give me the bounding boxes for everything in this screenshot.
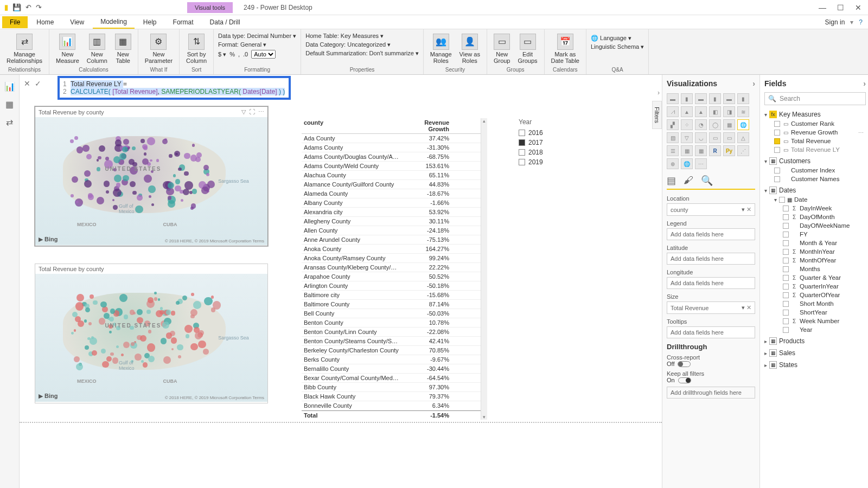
field-item[interactable]: Customer Index	[764, 166, 866, 175]
table-row[interactable]: Baltimore city-15.68%	[302, 291, 481, 300]
well-size-field[interactable]: Total Revenue▾ ✕	[667, 301, 755, 314]
more-icon[interactable]: ⋯	[258, 108, 264, 115]
table-row[interactable]: Arlington County-50.18%	[302, 281, 481, 291]
field-item[interactable]: ▭Total Revenue	[764, 137, 866, 145]
table-dates[interactable]: ▦Dates	[764, 185, 866, 195]
viz-clustered-bar[interactable]: ▬	[695, 93, 707, 104]
table-states[interactable]: ▦States	[764, 360, 866, 370]
slicer-option[interactable]: 2019	[519, 158, 584, 166]
tab-file[interactable]: File	[2, 16, 28, 28]
currency-icon[interactable]: $ ▾	[218, 51, 226, 58]
well-tooltips-field[interactable]: Add data fields here	[667, 326, 755, 338]
table-row[interactable]: Anne Arundel County-75.13%	[302, 235, 481, 245]
viz-100-col[interactable]: ▮	[737, 93, 749, 104]
contextual-tab-visual-tools[interactable]: Visual tools	[187, 2, 233, 13]
viz-globe[interactable]: 🌐	[681, 158, 693, 169]
drillthrough-well[interactable]: Add drillthrough fields here	[667, 387, 755, 399]
analytics-mode-icon[interactable]: 🔍	[701, 175, 713, 187]
collapse-icon[interactable]: ›	[658, 89, 660, 97]
table-products[interactable]: ▦Products	[764, 336, 866, 346]
viz-r[interactable]: R	[709, 145, 721, 156]
col-revenue-growth[interactable]: Revenue Growth	[405, 118, 454, 133]
table-row[interactable]: Berkeley County/Charleston County70.85%	[302, 346, 481, 355]
slicer-option[interactable]: 2017	[519, 139, 584, 146]
save-icon[interactable]: 💾	[12, 3, 21, 11]
table-row[interactable]: Baltimore County87.14%	[302, 300, 481, 309]
viz-map[interactable]: 🌐	[737, 119, 749, 130]
viz-ribbon[interactable]: ≋	[737, 106, 749, 117]
field-item[interactable]: ΣQuarterInYear	[764, 282, 866, 291]
manage-roles-button[interactable]: 👥Manage Roles	[428, 33, 454, 65]
maximize-icon[interactable]: ☐	[837, 3, 844, 12]
map-visual-1[interactable]: Total Revenue by county ▽⛶⋯ UNITED STATE…	[35, 106, 268, 246]
viz-funnel[interactable]: ▽	[681, 132, 693, 143]
expand-icon-2[interactable]: ›	[863, 79, 866, 88]
viz-stacked-area[interactable]: ▲	[695, 106, 707, 117]
table-row[interactable]: Arapahoe County50.52%	[302, 272, 481, 281]
table-row[interactable]: Bell County-50.03%	[302, 309, 481, 318]
help-icon[interactable]: ?	[859, 18, 863, 26]
viz-stacked-bar[interactable]: ▬	[667, 93, 679, 104]
remove-field-icon[interactable]: ✕	[746, 206, 751, 213]
viz-donut[interactable]: ◯	[709, 119, 721, 130]
table-row[interactable]: Ada County37.42%	[302, 134, 481, 143]
model-view-icon[interactable]: ⇄	[6, 117, 13, 127]
close-icon[interactable]: ✕	[855, 3, 861, 12]
viz-gauge[interactable]: ◡	[695, 132, 707, 143]
new-measure-button[interactable]: 📊New Measure	[54, 33, 81, 65]
formula-bar[interactable]: 1Total Revenue LY = 2CALCULATE( [Total R…	[58, 76, 291, 100]
table-row[interactable]: Black Hawk County79.37%	[302, 392, 481, 401]
field-item[interactable]: ΣDayOfMonth	[764, 213, 866, 221]
edit-groups-button[interactable]: ▭Edit Groups	[515, 33, 539, 65]
viz-treemap[interactable]: ▦	[723, 119, 735, 130]
viz-pie[interactable]: ◔	[695, 119, 707, 130]
undo-icon[interactable]: ↶	[25, 3, 31, 11]
table-row[interactable]: Allegheny County30.11%	[302, 217, 481, 226]
table-row[interactable]: Adams County/Douglas County/A…-68.75%	[302, 152, 481, 162]
field-item[interactable]: Customer Names	[764, 175, 866, 183]
table-scrollbar[interactable]: ▴▾	[481, 118, 487, 420]
table-row[interactable]: Benton County10.78%	[302, 318, 481, 328]
filter-icon[interactable]: ▽	[241, 108, 246, 115]
viz-100-bar[interactable]: ▬	[723, 93, 735, 104]
field-item[interactable]: ΣQuarterOfYear	[764, 291, 866, 299]
new-parameter-button[interactable]: ⚙New Parameter	[143, 33, 175, 65]
col-county[interactable]: county	[302, 118, 405, 133]
viz-multi-card[interactable]: ▭	[723, 132, 735, 143]
viz-waterfall[interactable]: ▞	[667, 119, 679, 130]
chevron-down-icon[interactable]: ▾	[850, 18, 853, 26]
decimal-icon[interactable]: .0	[243, 51, 248, 57]
year-slicer[interactable]: Year 2016201720182019	[519, 118, 584, 168]
viz-table[interactable]: ▦	[681, 145, 693, 156]
decimals-select[interactable]: Auto	[251, 50, 276, 59]
slicer-option[interactable]: 2018	[519, 149, 584, 156]
field-item[interactable]: FY	[764, 230, 866, 239]
data-view-icon[interactable]: ▦	[5, 99, 14, 110]
viz-combo2[interactable]: ◨	[723, 106, 735, 117]
viz-filled-map[interactable]: ▨	[667, 132, 679, 143]
table-row[interactable]: Adams County/Weld County153.61%	[302, 162, 481, 171]
data-type-dropdown[interactable]: Data type: Decimal Number ▾	[218, 33, 296, 40]
formula-cancel-icon[interactable]: ✕	[24, 79, 30, 88]
viz-clustered-col[interactable]: ▮	[709, 93, 721, 104]
table-row[interactable]: Anoka County/Ramsey County99.24%	[302, 254, 481, 263]
tab-help[interactable]: Help	[136, 16, 164, 28]
field-item[interactable]: ΣDayInWeek	[764, 204, 866, 213]
table-row[interactable]: Alamance County/Guilford County44.83%	[302, 180, 481, 189]
field-item[interactable]: Year	[764, 325, 866, 334]
field-item[interactable]: DayOfWeekName	[764, 221, 866, 230]
viz-scatter[interactable]: ⁘	[681, 119, 693, 130]
formula-commit-icon[interactable]: ✓	[35, 79, 41, 88]
viz-key-inf[interactable]: ⋰	[737, 145, 749, 156]
field-item[interactable]: ▭Revenue Growth⋯	[764, 128, 866, 137]
viz-stacked-col[interactable]: ▮	[681, 93, 693, 104]
comma-icon[interactable]: ,	[238, 51, 240, 57]
viz-card[interactable]: ▭	[709, 132, 721, 143]
table-row[interactable]: Berks County-9.67%	[302, 355, 481, 364]
table-row[interactable]: Alameda County-18.67%	[302, 189, 481, 198]
table-row[interactable]: Albany County-1.66%	[302, 198, 481, 208]
well-legend-field[interactable]: Add data fields here	[667, 228, 755, 240]
focus-icon[interactable]: ⛶	[249, 108, 255, 115]
format-mode-icon[interactable]: 🖌	[684, 175, 693, 187]
fields-mode-icon[interactable]: ▤	[667, 175, 676, 187]
